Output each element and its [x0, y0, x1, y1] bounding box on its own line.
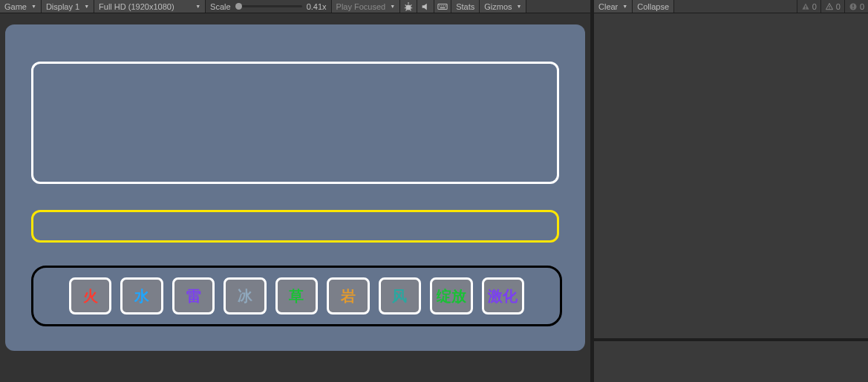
game-view: 火水雷冰草岩风绽放激化	[0, 13, 590, 382]
element-chip-label: 激化	[488, 286, 518, 306]
keyboard-icon	[437, 1, 448, 12]
element-chip-label: 水	[134, 286, 149, 306]
element-chip[interactable]: 水	[120, 277, 163, 315]
scale-label: Scale	[210, 2, 231, 11]
svg-rect-5	[446, 5, 446, 6]
element-chip-label: 冰	[238, 286, 252, 306]
element-chip-label: 雷	[186, 286, 201, 306]
scale-value: 0.41x	[307, 2, 327, 11]
error-count: 0	[860, 2, 864, 11]
svg-rect-10	[829, 8, 829, 9]
chevron-down-icon: ▼	[390, 4, 395, 9]
clear-label: Clear	[598, 2, 618, 11]
element-chip[interactable]: 火	[69, 277, 111, 315]
game-view-toolbar: Game ▼ Display 1 ▼ Full HD (1920x1080) ▼…	[0, 0, 590, 13]
play-mode-dropdown[interactable]: Play Focused ▼	[332, 0, 401, 13]
element-chip[interactable]: 岩	[327, 277, 369, 315]
element-chip[interactable]: 草	[275, 277, 318, 315]
error-count-toggle[interactable]: 0	[844, 0, 868, 13]
warn-count: 0	[836, 2, 841, 11]
display-dropdown[interactable]: Display 1 ▼	[42, 0, 94, 13]
chevron-down-icon: ▼	[622, 4, 627, 9]
warn-count-toggle[interactable]: 0	[820, 0, 844, 13]
element-chip[interactable]: 风	[379, 277, 421, 315]
chevron-down-icon: ▼	[31, 4, 36, 9]
audio-button[interactable]	[417, 0, 434, 13]
display-label: Display 1	[46, 2, 79, 11]
clear-button[interactable]: Clear ▼	[594, 0, 633, 13]
resolution-dropdown[interactable]: Full HD (1920x1080) ▼	[94, 0, 206, 13]
svg-rect-13	[852, 7, 853, 8]
element-chip-label: 火	[83, 286, 98, 306]
element-chip-label: 风	[392, 286, 407, 306]
svg-rect-9	[829, 5, 829, 7]
play-mode-label: Play Focused	[336, 2, 386, 11]
element-chip-label: 草	[289, 286, 304, 306]
bug-icon	[403, 1, 414, 12]
element-chip-label: 岩	[341, 286, 356, 306]
error-icon	[849, 2, 858, 11]
panel-strip	[31, 210, 559, 243]
svg-rect-3	[441, 5, 442, 6]
scale-control: Scale 0.41x	[206, 0, 331, 13]
svg-rect-2	[440, 5, 440, 6]
game-canvas[interactable]: 火水雷冰草岩风绽放激化	[5, 24, 585, 351]
svg-rect-6	[440, 7, 446, 7]
svg-point-0	[406, 4, 411, 10]
audio-icon	[420, 1, 431, 12]
element-chip[interactable]: 冰	[223, 277, 266, 315]
info-count-toggle[interactable]: 0	[797, 0, 820, 13]
element-chip[interactable]: 雷	[172, 277, 215, 315]
view-mode-label: Game	[4, 2, 27, 11]
collapse-button[interactable]: Collapse	[633, 0, 674, 13]
collapse-label: Collapse	[637, 2, 669, 11]
slider-thumb[interactable]	[235, 3, 242, 10]
info-icon	[801, 2, 810, 11]
scale-slider[interactable]	[235, 5, 302, 7]
svg-rect-4	[443, 5, 444, 6]
svg-rect-7	[805, 5, 806, 7]
info-count: 0	[812, 2, 817, 11]
stats-button[interactable]: Stats	[451, 0, 480, 13]
element-chip-label: 绽放	[437, 286, 466, 306]
element-tray: 火水雷冰草岩风绽放激化	[31, 266, 562, 326]
gizmos-dropdown[interactable]: Gizmos ▼	[480, 0, 526, 13]
svg-rect-1	[438, 4, 447, 9]
view-mode-dropdown[interactable]: Game ▼	[0, 0, 42, 13]
svg-rect-12	[852, 4, 853, 7]
resolution-label: Full HD (1920x1080)	[99, 2, 174, 11]
keyboard-button[interactable]	[434, 0, 451, 13]
element-chip[interactable]: 激化	[482, 277, 524, 315]
bug-button[interactable]	[400, 0, 417, 13]
warning-icon	[825, 2, 834, 11]
chevron-down-icon: ▼	[84, 4, 89, 9]
panel-large	[31, 62, 559, 184]
chevron-down-icon: ▼	[195, 4, 200, 9]
svg-rect-8	[805, 8, 806, 9]
console-splitter[interactable]	[594, 338, 868, 341]
stats-label: Stats	[456, 2, 474, 11]
gizmos-label: Gizmos	[484, 2, 512, 11]
console-panel	[594, 13, 868, 382]
element-chip[interactable]: 绽放	[430, 277, 472, 315]
console-toolbar: Clear ▼ Collapse 0 0 0	[594, 0, 868, 13]
chevron-down-icon: ▼	[517, 4, 522, 9]
